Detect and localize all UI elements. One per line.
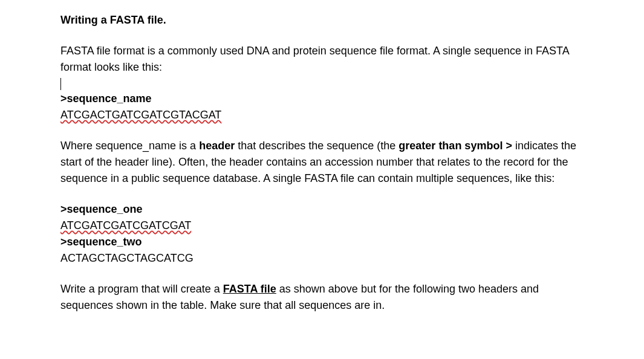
example2-header2: >sequence_two — [60, 234, 584, 250]
example2-sequence2: ACTAGCTAGCTAGCATCG — [60, 250, 584, 267]
text-cursor — [60, 78, 61, 90]
text-segment: that describes the sequence (the — [235, 140, 398, 152]
sequence-header-text: >sequence_one — [60, 203, 143, 215]
text-cursor-line — [60, 77, 584, 91]
explanation-paragraph: Where sequence_name is a header that des… — [60, 138, 584, 187]
sequence-header-text: >sequence_name — [60, 92, 152, 105]
sequence-header-text: >sequence_two — [60, 236, 142, 248]
example1-header: >sequence_name — [60, 91, 584, 107]
task-paragraph: Write a program that will create a FASTA… — [60, 281, 584, 314]
example2-header1: >sequence_one — [60, 201, 584, 218]
text-segment: Write a program that will create a — [60, 283, 223, 295]
intro-paragraph: FASTA file format is a commonly used DNA… — [60, 43, 584, 76]
document-title: Writing a FASTA file. — [60, 12, 584, 28]
bold-text-header: header — [199, 140, 235, 152]
sequence-text: ATCGACTGATCGATCGTACGAT — [60, 109, 221, 121]
example1-sequence: ATCGACTGATCGATCGTACGAT — [60, 107, 584, 123]
bold-underline-text: FASTA file — [223, 283, 276, 295]
example2-sequence1: ATCGATCGATCGATCGAT — [60, 218, 584, 234]
bold-text-symbol: greater than symbol > — [398, 140, 512, 152]
sequence-text: ATCGATCGATCGATCGAT — [60, 219, 191, 231]
text-segment: Where sequence_name is a — [60, 140, 199, 152]
sequence-text: ACTAGCTAGCTAGCATCG — [60, 252, 194, 264]
